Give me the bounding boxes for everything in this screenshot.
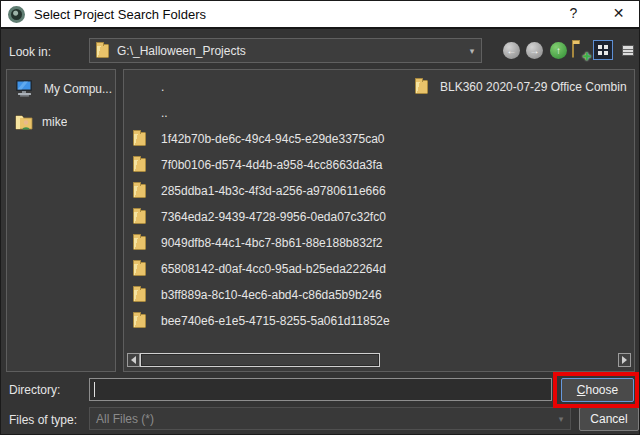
right-triangle-icon xyxy=(622,356,627,364)
sidebar-item-label: mike xyxy=(42,115,67,129)
file-list-left-column: . .. 1f42b70b-de6c-49c4-94c5-e29de3375ca… xyxy=(124,74,634,334)
folder-icon xyxy=(133,210,146,224)
plus-icon: ✚ xyxy=(583,51,591,62)
folder-icon xyxy=(96,44,109,58)
list-item[interactable]: 7364eda2-9439-4728-9956-0eda07c32fc0 xyxy=(124,204,634,230)
chevron-down-icon: ▾ xyxy=(552,414,570,424)
list-item[interactable]: bee740e6-e1e5-4715-8255-5a061d11852e xyxy=(124,308,634,334)
folder-icon xyxy=(415,80,428,94)
look-in-path: G:\_Halloween_Projects xyxy=(117,44,246,58)
window-title: Select Project Search Folders xyxy=(34,7,206,22)
file-type-value: All Files (*) xyxy=(96,412,154,426)
look-in-label: Look in: xyxy=(9,45,51,59)
up-arrow-icon: ↑ xyxy=(556,45,561,56)
list-item[interactable]: .. xyxy=(124,100,634,126)
list-item-label: . xyxy=(161,80,164,94)
list-item-label: 285ddba1-4b3c-4f3d-a256-a9780611e666 xyxy=(161,184,386,198)
forward-button[interactable]: → xyxy=(526,42,543,59)
choose-button[interactable]: Choose xyxy=(561,378,634,402)
parent-directory-button[interactable]: ↑ xyxy=(550,42,567,59)
folder-icon xyxy=(133,236,146,250)
forward-arrow-icon: → xyxy=(530,45,540,56)
horizontal-scrollbar-thumb[interactable] xyxy=(140,353,380,367)
scroll-left-button[interactable] xyxy=(127,353,140,367)
files-of-type-label: Files of type: xyxy=(9,413,77,427)
app-icon xyxy=(8,6,25,23)
list-item-label: 1f42b70b-de6c-49c4-94c5-e29de3375ca0 xyxy=(161,132,385,146)
back-button[interactable]: ← xyxy=(503,42,520,59)
list-item[interactable]: BLK360 2020-07-29 Office Combin xyxy=(415,74,627,100)
new-folder-icon xyxy=(572,42,574,58)
folder-icon xyxy=(133,132,146,146)
list-item[interactable]: 7f0b0106-d574-4d4b-a958-4cc8663da3fa xyxy=(124,152,634,178)
list-item-label: 7364eda2-9439-4728-9956-0eda07c32fc0 xyxy=(161,210,386,224)
folder-icon xyxy=(133,158,146,172)
list-item-label: b3ff889a-8c10-4ec6-abd4-c86da5b9b246 xyxy=(161,288,382,302)
sidebar-item-label: My Compu... xyxy=(44,82,112,96)
title-bar: Select Project Search Folders ? ✕ xyxy=(1,1,640,29)
computer-icon xyxy=(15,80,35,97)
left-triangle-icon xyxy=(131,356,136,364)
list-view-button[interactable] xyxy=(593,40,613,60)
list-item[interactable]: 9049dfb8-44c1-4bc7-8b61-88e188b832f2 xyxy=(124,230,634,256)
directory-label: Directory: xyxy=(9,383,60,397)
detail-view-icon xyxy=(622,45,634,56)
user-folder-icon xyxy=(15,113,33,130)
list-item-label: bee740e6-e1e5-4715-8255-5a061d11852e xyxy=(161,314,390,328)
list-item-label: 7f0b0106-d574-4d4b-a958-4cc8663da3fa xyxy=(161,158,383,172)
sidebar-item-mike[interactable]: mike xyxy=(7,107,115,136)
close-button[interactable]: ✕ xyxy=(596,0,640,26)
sidebar-item-my-computer[interactable]: My Compu... xyxy=(7,74,115,103)
cancel-button[interactable]: Cancel xyxy=(579,407,639,431)
grid-view-icon xyxy=(598,45,602,49)
list-item-label: BLK360 2020-07-29 Office Combin xyxy=(440,80,627,94)
list-item-label: .. xyxy=(161,106,168,120)
directory-input[interactable] xyxy=(89,378,552,401)
folder-icon xyxy=(133,184,146,198)
detail-view-button[interactable] xyxy=(618,40,638,60)
folder-icon xyxy=(133,262,146,276)
list-item[interactable]: b3ff889a-8c10-4ec6-abd4-c86da5b9b246 xyxy=(124,282,634,308)
select-project-search-folders-dialog: Select Project Search Folders ? ✕ Look i… xyxy=(0,0,640,435)
list-item[interactable]: 1f42b70b-de6c-49c4-94c5-e29de3375ca0 xyxy=(124,126,634,152)
create-new-folder-button[interactable]: ✚ xyxy=(572,43,588,59)
list-item[interactable]: 285ddba1-4b3c-4f3d-a256-a9780611e666 xyxy=(124,178,634,204)
look-in-combobox[interactable]: G:\_Halloween_Projects ▾ xyxy=(89,38,482,63)
back-arrow-icon: ← xyxy=(507,45,517,56)
chevron-down-icon[interactable]: ▾ xyxy=(463,46,481,56)
help-button[interactable]: ? xyxy=(551,0,596,26)
file-type-combobox: All Files (*) ▾ xyxy=(89,407,571,430)
folder-icon xyxy=(133,288,146,302)
list-item[interactable]: 65808142-d0af-4cc0-95ad-b25eda22264d xyxy=(124,256,634,282)
list-item-label: 65808142-d0af-4cc0-95ad-b25eda22264d xyxy=(161,262,386,276)
text-caret xyxy=(94,382,95,397)
places-sidebar: My Compu... mike xyxy=(6,69,116,372)
folder-icon xyxy=(133,314,146,328)
file-list: . .. 1f42b70b-de6c-49c4-94c5-e29de3375ca… xyxy=(123,69,635,372)
scroll-right-button[interactable] xyxy=(618,353,631,367)
list-item-label: 9049dfb8-44c1-4bc7-8b61-88e188b832f2 xyxy=(161,236,383,250)
